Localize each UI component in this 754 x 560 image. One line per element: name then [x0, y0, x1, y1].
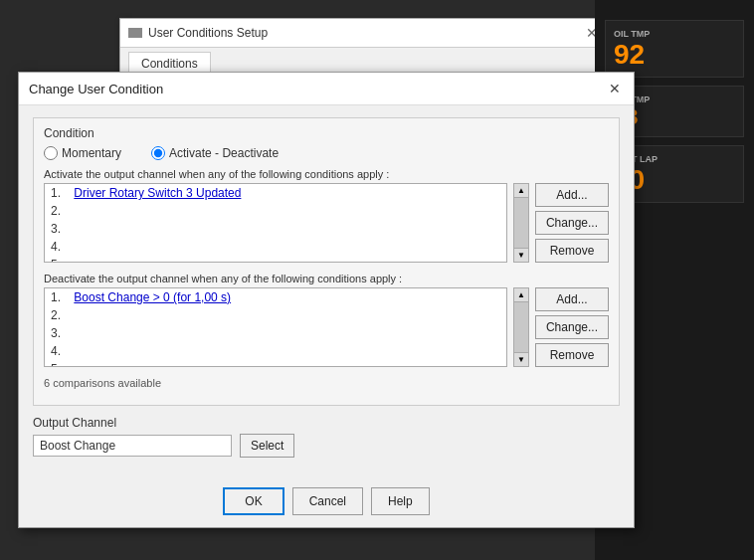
list-item: 5. [45, 360, 506, 367]
activate-btn-group: Add... Change... Remove [535, 183, 609, 263]
deactivate-remove-button[interactable]: Remove [535, 343, 609, 367]
radio-activate[interactable] [151, 146, 165, 160]
deactivate-list-box[interactable]: 1. Boost Change > 0 (for 1,00 s) 2. 3. 4… [44, 287, 507, 367]
list-item: 2. [45, 306, 506, 324]
radio-momentary[interactable] [44, 146, 58, 160]
scrollbar-down-arrow[interactable]: ▼ [514, 352, 528, 366]
deactivate-list-section: Deactivate the output channel when any o… [44, 273, 609, 367]
gauge-value-1: 92 [614, 41, 735, 69]
output-channel-section: Output Channel Select [33, 416, 620, 458]
list-item: 4. [45, 238, 506, 256]
output-channel-label: Output Channel [33, 416, 620, 430]
output-channel-input[interactable] [33, 435, 232, 457]
ok-button[interactable]: OK [223, 487, 283, 515]
bg-window-title: User Conditions Setup [148, 26, 268, 40]
scrollbar-thumb [514, 198, 528, 248]
gauge-label-1: OIL TMP [614, 29, 735, 39]
list-item: 2. [45, 202, 506, 220]
list-item: 3. [45, 324, 506, 342]
change-user-condition-dialog: Change User Condition ✕ Condition Moment… [18, 72, 635, 528]
list-item[interactable]: 1. Boost Change > 0 (for 1,00 s) [45, 288, 506, 306]
help-button[interactable]: Help [371, 487, 430, 515]
activate-scrollbar[interactable]: ▲ ▼ [513, 183, 529, 263]
dialog-body: Condition Momentary Activate - Deactivat… [19, 105, 634, 479]
list-item: 3. [45, 220, 506, 238]
deactivate-list-label: Deactivate the output channel when any o… [44, 273, 609, 284]
dialog-title: Change User Condition [29, 82, 163, 96]
activate-remove-button[interactable]: Remove [535, 239, 609, 263]
bg-window-icon [128, 28, 142, 38]
deactivate-add-button[interactable]: Add... [535, 287, 609, 311]
condition-section-label: Condition [44, 126, 609, 140]
list-item: 5. [45, 256, 506, 263]
activate-list-label: Activate the output channel when any of … [44, 168, 609, 180]
bg-title-bar: User Conditions Setup ✕ [120, 19, 606, 48]
activate-add-button[interactable]: Add... [535, 183, 609, 207]
deactivate-btn-group: Add... Change... Remove [535, 287, 609, 367]
scrollbar-down-arrow[interactable]: ▼ [514, 248, 528, 262]
deactivate-item-1[interactable]: Boost Change > 0 (for 1,00 s) [74, 290, 231, 304]
deactivate-change-button[interactable]: Change... [535, 315, 609, 339]
comparisons-text: 6 comparisons available [44, 377, 609, 389]
radio-activate-label[interactable]: Activate - Deactivate [151, 146, 279, 160]
activate-item-1[interactable]: Driver Rotary Switch 3 Updated [74, 186, 241, 200]
list-item[interactable]: 1. Driver Rotary Switch 3 Updated [45, 184, 506, 202]
deactivate-scrollbar[interactable]: ▲ ▼ [513, 287, 529, 367]
scrollbar-up-arrow[interactable]: ▲ [514, 184, 528, 198]
output-channel-row: Select [33, 434, 620, 458]
gauge-oil-tmp-1: OIL TMP 92 [605, 20, 744, 78]
radio-momentary-label[interactable]: Momentary [44, 146, 121, 160]
activate-list-row: 1. Driver Rotary Switch 3 Updated 2. 3. … [44, 183, 609, 263]
deactivate-list-row: 1. Boost Change > 0 (for 1,00 s) 2. 3. 4… [44, 287, 609, 367]
radio-momentary-text: Momentary [62, 146, 121, 160]
dialog-title-bar: Change User Condition ✕ [19, 73, 634, 105]
list-item: 4. [45, 342, 506, 360]
radio-group: Momentary Activate - Deactivate [44, 146, 609, 160]
cancel-button[interactable]: Cancel [292, 487, 363, 515]
activate-list-box[interactable]: 1. Driver Rotary Switch 3 Updated 2. 3. … [44, 183, 507, 263]
activate-change-button[interactable]: Change... [535, 211, 609, 235]
condition-section: Condition Momentary Activate - Deactivat… [33, 117, 620, 406]
select-button[interactable]: Select [240, 434, 294, 458]
activate-list-section: Activate the output channel when any of … [44, 168, 609, 263]
scrollbar-thumb [514, 302, 528, 352]
dialog-close-button[interactable]: ✕ [606, 80, 624, 97]
bg-title-text: User Conditions Setup [128, 26, 268, 40]
radio-activate-text: Activate - Deactivate [169, 146, 279, 160]
dialog-footer: OK Cancel Help [19, 479, 634, 527]
scrollbar-up-arrow[interactable]: ▲ [514, 288, 528, 302]
